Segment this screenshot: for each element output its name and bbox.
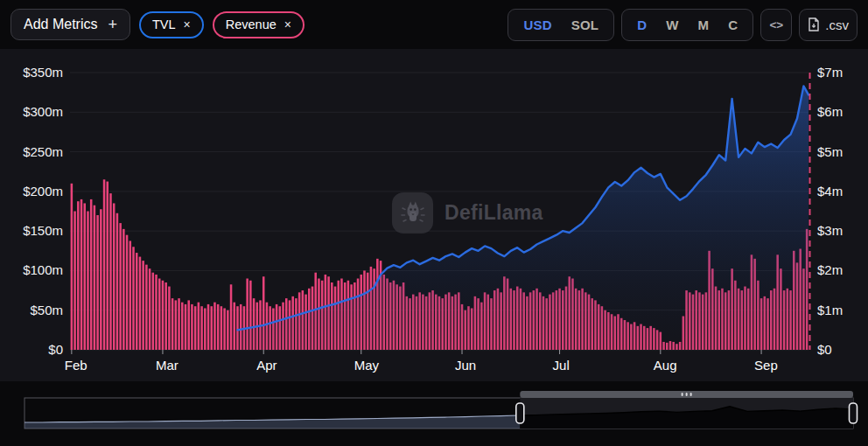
metric-chip-revenue-label: Revenue [226, 17, 276, 31]
x-axis-label-month: Sep [754, 358, 778, 373]
y-axis-label-right: $5m [817, 144, 843, 159]
y-axis-label-left: $250m [23, 144, 63, 159]
y-axis-label-right: $0 [817, 342, 832, 357]
revenue-bar [220, 306, 223, 350]
revenue-bar [149, 268, 151, 350]
y-axis-label-left: $200m [23, 184, 63, 199]
revenue-bar [122, 229, 125, 350]
x-axis-label-month: May [354, 358, 380, 373]
revenue-bar [74, 212, 76, 351]
revenue-bar [113, 203, 116, 350]
revenue-bar [227, 310, 229, 350]
brush-handle-left[interactable] [516, 403, 524, 423]
grip-dots-icon [690, 393, 692, 396]
tvl-area [238, 86, 809, 350]
revenue-bar [142, 261, 144, 350]
x-axis-label-month: Jul [553, 358, 570, 373]
y-axis-label-right: $4m [817, 184, 843, 199]
revenue-bar [103, 179, 106, 350]
revenue-bar [175, 300, 178, 350]
y-axis-label-left: $0 [48, 342, 63, 357]
revenue-bar [187, 300, 190, 350]
currency-toggle: USD SOL [508, 9, 614, 41]
grip-dots-icon [682, 393, 683, 396]
close-icon[interactable]: × [284, 18, 291, 31]
timeline-brush[interactable] [0, 385, 868, 446]
revenue-bar [126, 235, 129, 350]
toolbar: Add Metrics + TVL × Revenue × USD SOL D … [0, 0, 868, 49]
revenue-bar [87, 212, 89, 351]
plus-icon: + [108, 16, 117, 34]
revenue-bar [145, 265, 148, 350]
chart-panel: $0$0$50m$1m$100m$2m$150m$3m$200m$4m$250m… [0, 49, 868, 381]
defillama-chart-page: Add Metrics + TVL × Revenue × USD SOL D … [0, 0, 868, 446]
add-metrics-button[interactable]: Add Metrics + [10, 9, 130, 40]
revenue-bar [200, 306, 203, 350]
revenue-bar [164, 282, 167, 350]
currency-option-usd[interactable]: USD [514, 12, 561, 38]
x-axis-label-month: Apr [256, 358, 276, 373]
revenue-bar [83, 203, 86, 350]
revenue-bar [204, 308, 206, 350]
revenue-bar [96, 215, 99, 350]
y-axis-label-left: $150m [23, 223, 63, 238]
revenue-bar [80, 199, 83, 350]
revenue-bar [234, 303, 236, 350]
y-axis-label-right: $2m [817, 262, 843, 277]
revenue-bar [71, 184, 74, 350]
y-axis-label-right: $7m [817, 65, 843, 80]
revenue-bar [207, 304, 210, 350]
interval-option-weekly[interactable]: W [656, 12, 688, 38]
y-axis-label-right: $3m [817, 223, 843, 238]
revenue-bar [106, 182, 108, 350]
revenue-bar [90, 199, 93, 350]
revenue-bar [132, 247, 135, 350]
revenue-bar [172, 298, 174, 350]
revenue-bar [181, 303, 184, 350]
revenue-bar [136, 253, 138, 350]
revenue-bar [214, 303, 216, 350]
interval-option-daily[interactable]: D [627, 12, 656, 38]
revenue-bar [155, 275, 158, 350]
close-icon[interactable]: × [184, 18, 191, 31]
revenue-bar [230, 284, 233, 350]
revenue-bar [198, 303, 200, 350]
x-axis-label-month: Feb [65, 358, 88, 373]
revenue-bar [168, 287, 171, 350]
revenue-bar [178, 298, 180, 350]
metric-chip-tvl-label: TVL [152, 17, 176, 31]
y-axis-label-right: $6m [817, 104, 843, 119]
download-csv-button[interactable]: .csv [799, 9, 858, 41]
revenue-bar [223, 308, 226, 350]
metrics-controls: Add Metrics + TVL × Revenue × [10, 9, 304, 40]
interval-option-cumulative[interactable]: C [718, 12, 747, 38]
revenue-bar [152, 273, 155, 350]
csv-label: .csv [825, 17, 849, 32]
revenue-bar [116, 213, 119, 350]
embed-code-icon: <> [769, 18, 783, 31]
x-axis-label-month: Aug [654, 358, 677, 373]
revenue-bar [94, 206, 96, 350]
file-download-icon [808, 17, 820, 31]
y-axis-label-left: $350m [23, 65, 63, 80]
x-axis-label-month: Jun [455, 358, 476, 373]
metric-chip-tvl[interactable]: TVL × [139, 11, 204, 38]
revenue-bar [100, 209, 102, 350]
brush-handle-right[interactable] [850, 403, 858, 423]
embed-button[interactable]: <> [760, 9, 792, 41]
revenue-bar [139, 257, 142, 350]
x-axis-label-month: Mar [156, 358, 178, 373]
revenue-bar [109, 193, 112, 350]
revenue-bar [191, 304, 193, 350]
y-axis-label-left: $50m [30, 303, 63, 317]
add-metrics-label: Add Metrics [24, 17, 97, 32]
revenue-bar [194, 306, 197, 350]
main-chart[interactable]: $0$0$50m$1m$100m$2m$150m$3m$200m$4m$250m… [0, 49, 868, 381]
currency-option-sol[interactable]: SOL [562, 12, 608, 38]
y-axis-label-left: $100m [23, 262, 63, 277]
revenue-bar [130, 240, 132, 350]
interval-option-monthly[interactable]: M [689, 12, 719, 38]
revenue-bar [77, 201, 80, 350]
metric-chip-revenue[interactable]: Revenue × [213, 11, 304, 38]
revenue-bar [185, 304, 187, 350]
